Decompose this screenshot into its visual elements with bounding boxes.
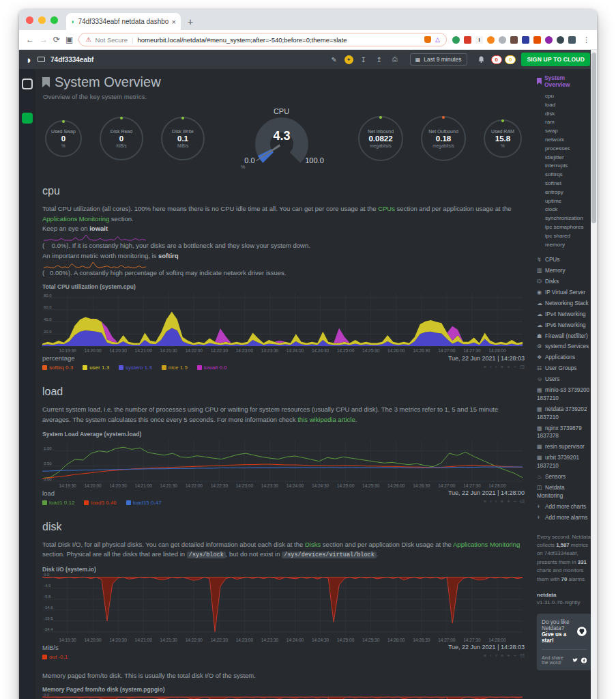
- gauge[interactable]: Net Inbound 0.0822 megabits/s: [358, 116, 403, 161]
- browser-menu-icon[interactable]: ⋮: [583, 35, 590, 44]
- submenu-item[interactable]: disk: [545, 110, 591, 119]
- menu-item[interactable]: ▦nginx 3739879 1837378: [537, 425, 591, 441]
- chart-toolbox-icon[interactable]: −: [514, 653, 517, 659]
- menu-item[interactable]: ⚙systemd Services: [537, 343, 591, 351]
- menu-item[interactable]: ☁IPv4 Networking: [537, 311, 591, 319]
- url-text[interactable]: homeurbit.local/netdata/#menu_system;aft…: [137, 36, 420, 44]
- header-action-icon[interactable]: ↧: [358, 56, 369, 63]
- legend-item[interactable]: nice 1.5: [162, 365, 188, 371]
- gauge[interactable]: Used RAM 15.8 %: [484, 119, 522, 158]
- legend-item[interactable]: load1 0.12: [42, 500, 74, 506]
- header-action-icon[interactable]: ↥: [374, 56, 385, 63]
- header-action-icon[interactable]: ✦: [344, 55, 353, 64]
- facebook-icon[interactable]: [581, 656, 587, 665]
- chart-toolbox-icon[interactable]: −: [514, 498, 517, 504]
- extension-icon[interactable]: [568, 36, 576, 44]
- submenu-item[interactable]: idlejitter: [545, 154, 591, 162]
- disk-io-chart[interactable]: Disk I/O (system.io) 14:19:3014:20:0014:…: [42, 566, 525, 660]
- submenu-item[interactable]: processes: [545, 145, 591, 154]
- menu-item[interactable]: ◉IP Virtual Server: [537, 289, 591, 297]
- cpu-gauge[interactable]: CPU 4.3 0.0 100.0 %: [231, 107, 333, 170]
- header-action-icon[interactable]: ⎙: [390, 55, 400, 63]
- menu-item-system-overview[interactable]: System Overview: [537, 74, 591, 88]
- gauge[interactable]: Used Swap 0 %: [45, 120, 82, 157]
- submenu-item[interactable]: network: [545, 136, 591, 145]
- submenu-item[interactable]: softirqs: [545, 171, 591, 180]
- netdata-logo[interactable]: ◗: [26, 54, 32, 66]
- legend-item[interactable]: load15 0.47: [126, 500, 162, 506]
- back-icon[interactable]: ←: [26, 35, 34, 44]
- extension-icon[interactable]: [487, 36, 495, 44]
- star-cta[interactable]: Give us a star!: [542, 631, 577, 644]
- browser-scrollbar[interactable]: [591, 50, 597, 699]
- add-space-button[interactable]: [22, 113, 33, 124]
- menu-item[interactable]: ☁IPv6 Networking: [537, 322, 591, 330]
- twitter-icon[interactable]: [572, 656, 578, 665]
- submenu-item[interactable]: ipc semaphores: [545, 223, 591, 232]
- submenu-item[interactable]: ipc shared memory: [545, 232, 591, 250]
- scrollbar-thumb[interactable]: [591, 53, 596, 223]
- signup-cloud-button[interactable]: SIGN UP TO CLOUD: [521, 53, 590, 66]
- chart-toolbox-icon[interactable]: ‹: [490, 653, 492, 659]
- gauge[interactable]: Net Outbound 0.18 megabits/s: [421, 116, 466, 161]
- legend-item[interactable]: softirq 0.3: [42, 365, 73, 371]
- submenu-item[interactable]: softnet: [545, 180, 591, 188]
- chart-toolbox-icon[interactable]: ›: [495, 364, 497, 370]
- chart-toolbox-icon[interactable]: +: [507, 364, 510, 370]
- chart-toolbox-icon[interactable]: «: [484, 364, 486, 370]
- hostname[interactable]: 74df3334eabf: [50, 56, 93, 63]
- gauge[interactable]: Disk Write 0.1 MiB/s: [161, 117, 205, 160]
- legend-item[interactable]: iowait 0.0: [197, 365, 227, 371]
- menu-item[interactable]: ☺Users: [537, 375, 591, 384]
- legend-item[interactable]: load5 0.46: [84, 500, 116, 506]
- submenu-item[interactable]: clock synchronization: [545, 205, 591, 223]
- submenu-item[interactable]: interrupts: [545, 162, 591, 171]
- chart-toolbox-icon[interactable]: ⊡: [520, 364, 525, 370]
- menu-item[interactable]: +Add more charts: [537, 503, 591, 511]
- chart-toolbox-icon[interactable]: +: [507, 653, 510, 659]
- chart-toolbox-icon[interactable]: ›: [495, 498, 497, 504]
- forward-icon[interactable]: →: [40, 35, 48, 44]
- menu-item[interactable]: ▦minio-s3 3739200 1837210: [537, 386, 591, 403]
- github-icon[interactable]: [577, 625, 587, 638]
- legend-item[interactable]: out -0.1: [42, 654, 68, 660]
- extension-icon[interactable]: I: [475, 36, 483, 44]
- chart-toolbox-icon[interactable]: ›: [495, 653, 497, 659]
- gauge[interactable]: Disk Read 0 KiB/s: [100, 117, 143, 160]
- save-page-icon[interactable]: ▣: [65, 35, 73, 44]
- load-chart[interactable]: System Load Average (system.load) 14:19:…: [42, 431, 525, 506]
- menu-item[interactable]: ▦urbit 3739201 1837210: [537, 454, 591, 470]
- chart-toolbox-icon[interactable]: −: [514, 364, 517, 370]
- submenu-item[interactable]: cpu: [545, 92, 591, 101]
- submenu-item[interactable]: load: [545, 101, 591, 110]
- chart-toolbox-icon[interactable]: »: [501, 364, 503, 370]
- chart-toolbox-icon[interactable]: »: [501, 653, 503, 659]
- extension-icon[interactable]: [533, 36, 541, 44]
- menu-item[interactable]: ▦netdata 3739202 1837210: [537, 405, 591, 422]
- submenu-item[interactable]: uptime: [545, 197, 591, 206]
- menu-item[interactable]: ◫Netdata Monitoring: [537, 484, 591, 500]
- cpu-chart[interactable]: Total CPU utilization (system.cpu) 14:19…: [42, 283, 525, 371]
- space-icon[interactable]: [22, 79, 33, 89]
- extension-icon[interactable]: [545, 36, 553, 44]
- menu-item[interactable]: ⛁Disks: [537, 278, 591, 286]
- submenu-item[interactable]: swap: [545, 127, 591, 136]
- menu-item[interactable]: ▦resin supervisor: [537, 443, 591, 451]
- browser-tab[interactable]: ◗ 74df3334eabf netdata dashbo ×: [66, 13, 181, 30]
- privacy-badger-icon[interactable]: [424, 36, 431, 43]
- alarm-badge[interactable]: 0: [491, 55, 502, 64]
- legend-item[interactable]: user 1.3: [83, 365, 109, 371]
- maximize-window-button[interactable]: [50, 16, 58, 24]
- menu-item[interactable]: +Add more alarms: [537, 514, 591, 522]
- chart-toolbox-icon[interactable]: ⊡: [520, 653, 525, 659]
- extension-icon[interactable]: [452, 36, 460, 44]
- chart-toolbox-icon[interactable]: »: [501, 498, 503, 504]
- chart-toolbox-icon[interactable]: ‹: [490, 498, 492, 504]
- extension-icon[interactable]: [522, 36, 529, 44]
- minimize-window-button[interactable]: [38, 16, 46, 24]
- extension-icon[interactable]: [510, 36, 518, 44]
- tab-close-icon[interactable]: ×: [172, 18, 176, 26]
- menu-item[interactable]: ☁Networking Stack: [537, 300, 591, 308]
- menu-item[interactable]: ♨Sensors: [537, 473, 591, 481]
- close-window-button[interactable]: [26, 16, 33, 24]
